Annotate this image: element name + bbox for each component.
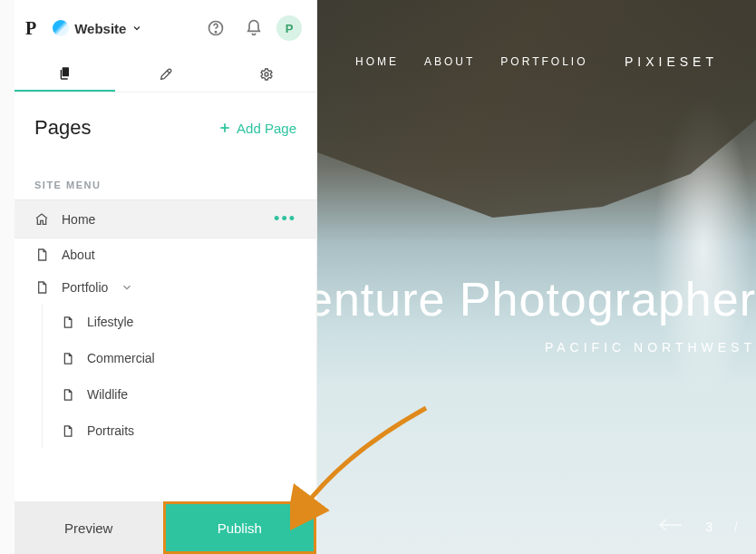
slide-pager: 3 /	[658, 517, 738, 536]
topbar: P Website P	[15, 0, 316, 56]
publish-button[interactable]: Publish	[163, 501, 317, 554]
preview-button[interactable]: Preview	[15, 501, 163, 554]
notifications-button[interactable]	[238, 13, 269, 44]
chevron-down-icon	[131, 23, 142, 34]
editor-sidebar: P Website P	[0, 0, 317, 554]
user-avatar[interactable]: P	[276, 15, 302, 41]
arrow-left-icon	[658, 517, 683, 533]
pager-current: 3	[705, 520, 712, 534]
page-icon	[61, 316, 74, 329]
page-item-about[interactable]: About	[15, 238, 316, 271]
site-menu-label: SITE MENU	[15, 156, 316, 199]
page-icon	[61, 352, 74, 365]
site-switcher[interactable]: Website	[53, 20, 142, 36]
help-icon	[207, 19, 225, 37]
page-item-portfolio[interactable]: Portfolio	[15, 271, 316, 304]
add-page-label: Add Page	[237, 121, 296, 136]
brush-icon	[159, 67, 173, 82]
add-page-button[interactable]: Add Page	[218, 121, 296, 136]
nav-link-home[interactable]: HOME	[355, 55, 399, 68]
subpage-commercial[interactable]: Commercial	[48, 340, 316, 376]
page-icon	[61, 424, 74, 438]
pages-icon	[58, 66, 73, 81]
tab-design[interactable]	[115, 56, 216, 92]
nav-link-portfolio[interactable]: PORTFOLIO	[500, 55, 587, 68]
svg-point-1	[215, 32, 216, 33]
site-brand: PIXIESET	[625, 54, 718, 69]
hero-title: Adventure Photographer	[317, 272, 756, 326]
page-icon	[34, 248, 49, 262]
chevron-down-icon	[121, 281, 133, 294]
nav-link-about[interactable]: ABOUT	[424, 55, 475, 68]
subpage-wildlife[interactable]: Wildlife	[48, 376, 316, 413]
prev-slide-button[interactable]	[658, 517, 683, 536]
portfolio-subpages: Lifestyle Commercial Wildlife Portraits	[42, 304, 316, 449]
subpage-portraits[interactable]: Portraits	[48, 413, 316, 449]
pages-header: Pages Add Page	[15, 92, 316, 156]
page-label: Lifestyle	[87, 315, 133, 329]
hero-subtitle: PACIFIC NORTHWEST	[545, 340, 756, 355]
page-label: About	[62, 248, 95, 262]
tab-settings[interactable]	[216, 56, 316, 92]
tab-pages[interactable]	[15, 56, 115, 92]
page-label: Home	[62, 212, 95, 227]
page-icon	[61, 388, 74, 402]
app-logo[interactable]: P	[25, 18, 45, 39]
bottom-actions: Preview Publish	[15, 501, 316, 554]
pager-separator: /	[734, 520, 738, 534]
subpage-lifestyle[interactable]: Lifestyle	[48, 304, 316, 340]
site-preview: HOME ABOUT PORTFOLIO PIXIESET Adventure …	[317, 0, 756, 554]
sidebar-inner: P Website P	[15, 0, 316, 554]
page-item-home[interactable]: Home •••	[15, 199, 316, 238]
page-label: Portfolio	[62, 280, 108, 295]
bell-icon	[245, 19, 263, 37]
gear-icon	[259, 67, 274, 82]
page-label: Portraits	[87, 423, 134, 438]
svg-point-2	[265, 73, 268, 76]
page-list: Home ••• About Portfolio Lifestyle Com	[15, 199, 316, 449]
globe-icon	[53, 20, 69, 36]
page-icon	[34, 280, 49, 295]
site-nav: HOME ABOUT PORTFOLIO PIXIESET	[317, 54, 756, 69]
page-label: Commercial	[87, 351, 155, 365]
help-button[interactable]	[200, 13, 231, 44]
mode-tabs	[15, 56, 316, 92]
page-label: Wildlife	[87, 387, 128, 402]
home-icon	[34, 212, 49, 227]
page-actions-menu[interactable]: •••	[274, 209, 296, 228]
plus-icon	[218, 121, 231, 134]
pages-title: Pages	[34, 116, 91, 140]
site-name: Website	[74, 21, 126, 36]
